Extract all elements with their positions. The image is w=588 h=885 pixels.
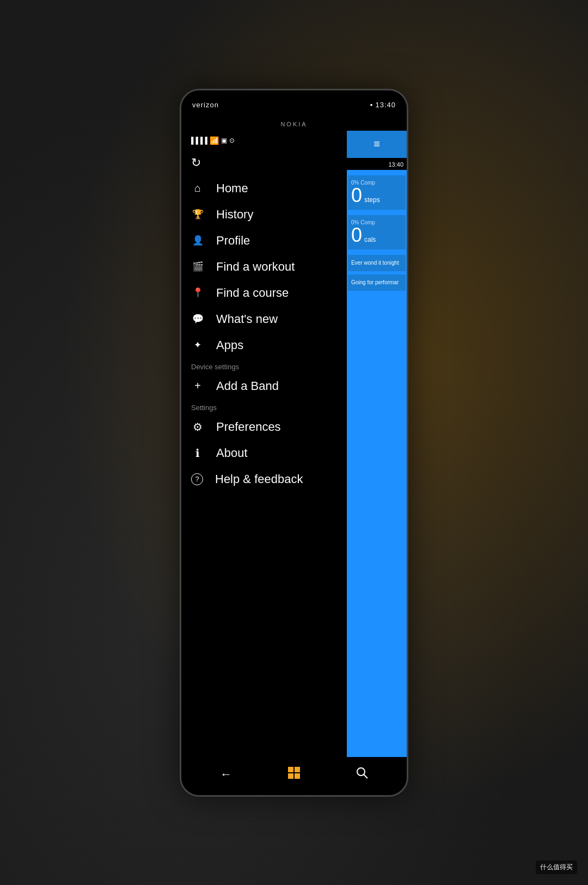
profile-label: Profile (216, 234, 250, 248)
add-band-label: Add a Band (216, 379, 279, 393)
menu-item-preferences[interactable]: ⚙ Preferences (181, 414, 347, 440)
windows-button[interactable] (279, 762, 309, 786)
app-panel: ≡ 13:40 0% Comp 0 steps 0% Comp 0 cals (347, 131, 407, 757)
cals-unit: cals (364, 236, 376, 243)
menu-item-find-workout[interactable]: 🎬 Find a workout (181, 254, 347, 280)
svg-rect-0 (288, 767, 293, 772)
app-card-cals: 0% Comp 0 cals (348, 215, 406, 249)
whats-new-label: What's new (216, 312, 278, 326)
svg-line-5 (364, 774, 367, 778)
app-text-card-1: Ever wond it tonight (348, 255, 406, 271)
signal-icons: ▐▐▐▐ 📶 ▣ ⊙ (189, 136, 235, 145)
app-text-card-2: Going for performar (348, 274, 406, 291)
apps-label: Apps (216, 338, 243, 352)
menu-item-profile[interactable]: 👤 Profile (181, 228, 347, 254)
menu-item-history[interactable]: 🏆 History (181, 202, 347, 228)
history-icon: 🏆 (191, 209, 204, 220)
svg-point-4 (357, 768, 365, 776)
message-icon: ▣ (221, 137, 227, 144)
steps-unit: steps (364, 196, 380, 204)
help-label: Help & feedback (215, 472, 303, 486)
settings-header: Settings (181, 399, 347, 414)
about-icon: ℹ (191, 447, 204, 460)
app-text-1: Ever wond it tonight (351, 260, 399, 266)
course-icon: 📍 (191, 287, 204, 298)
hamburger-icon[interactable]: ≡ (373, 138, 380, 150)
menu-items-container: ⌂ Home 🏆 History 👤 Profile 🎬 Find a work… (181, 175, 347, 757)
app-time: 13:40 (388, 161, 403, 168)
find-course-label: Find a course (216, 286, 289, 300)
location-icon: ⊙ (229, 137, 235, 144)
phone-top-bar: verizon ▪ 13:40 (181, 90, 407, 118)
apps-icon: ✦ (191, 339, 204, 351)
steps-value: 0 (351, 186, 362, 205)
screen-status-bar: ▐▐▐▐ 📶 ▣ ⊙ (181, 131, 347, 150)
home-icon: ⌂ (191, 182, 204, 194)
menu-item-find-course[interactable]: 📍 Find a course (181, 280, 347, 306)
menu-item-home[interactable]: ⌂ Home (181, 175, 347, 202)
profile-icon: 👤 (191, 235, 204, 246)
menu-item-about[interactable]: ℹ About (181, 440, 347, 466)
app-panel-header: ≡ (347, 131, 407, 158)
battery-icon: ▪ (370, 101, 373, 109)
app-card-steps: 0% Comp 0 steps (348, 175, 406, 210)
svg-rect-3 (295, 773, 300, 779)
signal-strength-icon: ▐▐▐▐ (189, 137, 207, 144)
about-label: About (216, 446, 248, 460)
workout-icon: 🎬 (191, 261, 204, 272)
top-time: 13:40 (375, 101, 396, 109)
phone-device: verizon ▪ 13:40 NOKIA ▐▐▐▐ 📶 ▣ ⊙ ↻ (180, 89, 408, 797)
history-label: History (216, 207, 253, 222)
refresh-icon: ↻ (191, 156, 201, 170)
back-button[interactable]: ← (211, 763, 241, 786)
app-text-2: Going for performar (351, 279, 399, 285)
help-icon: ? (191, 473, 203, 485)
wifi-icon: 📶 (210, 136, 219, 145)
top-status-icons: ▪ 13:40 (370, 101, 396, 109)
menu-item-whats-new[interactable]: 💬 What's new (181, 306, 347, 332)
cals-value: 0 (351, 225, 362, 245)
search-button[interactable] (347, 762, 377, 786)
preferences-label: Preferences (216, 420, 281, 434)
brand-bar: NOKIA (181, 118, 407, 131)
phone-screen: ▐▐▐▐ 📶 ▣ ⊙ ↻ ⌂ Home 🏆 History (181, 131, 407, 757)
find-workout-label: Find a workout (216, 260, 295, 274)
side-button-volume[interactable] (407, 237, 408, 281)
carrier-name: verizon (192, 101, 219, 109)
refresh-row[interactable]: ↻ (181, 150, 347, 175)
svg-rect-1 (295, 767, 300, 772)
watermark: 什么值得买 (536, 860, 577, 874)
add-band-icon: + (191, 380, 204, 392)
menu-item-apps[interactable]: ✦ Apps (181, 332, 347, 358)
menu-panel: ▐▐▐▐ 📶 ▣ ⊙ ↻ ⌂ Home 🏆 History (181, 131, 347, 757)
menu-item-help[interactable]: ? Help & feedback (181, 466, 347, 492)
whats-new-icon: 💬 (191, 313, 204, 325)
home-label: Home (216, 181, 248, 196)
device-settings-header: Device settings (181, 358, 347, 373)
preferences-icon: ⚙ (191, 420, 204, 434)
svg-rect-2 (288, 773, 293, 779)
brand-text: NOKIA (280, 121, 307, 127)
menu-item-add-band[interactable]: + Add a Band (181, 373, 347, 399)
side-button-power[interactable] (407, 199, 408, 227)
phone-bottom-nav: ← (181, 757, 407, 795)
